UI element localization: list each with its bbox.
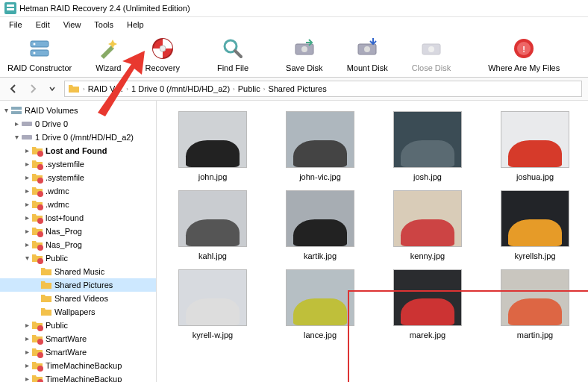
thumbnail-image (393, 190, 462, 247)
tree-item[interactable]: ▸TimeMachineBackup (0, 372, 156, 382)
tree-item[interactable]: Shared Pictures (0, 278, 156, 292)
tree-item[interactable]: Shared Videos (0, 292, 156, 305)
menu-edit[interactable]: Edit (30, 19, 56, 31)
svg-point-36 (37, 352, 43, 358)
thumbnail-image (178, 190, 247, 247)
where-files-button[interactable]: ! Where Are My Files (488, 37, 560, 72)
svg-point-26 (37, 164, 43, 170)
nav-back-button[interactable] (6, 82, 21, 96)
disk-icon (21, 118, 33, 130)
mount-disk-icon (355, 37, 379, 60)
svg-rect-2 (7, 8, 14, 10)
thumbnail-caption: josh.jpg (413, 172, 442, 181)
menu-file[interactable]: File (3, 19, 28, 31)
tree-item[interactable]: ▸.systemfile (0, 157, 156, 171)
content-pane[interactable]: john.jpg john-vic.jpg josh.jpg joshua.jp… (157, 101, 588, 382)
wizard-label: Wizard (96, 63, 121, 72)
thumbnail-caption: john-vic.jpg (299, 172, 341, 181)
find-file-button[interactable]: Find File (217, 37, 248, 72)
tree-item[interactable]: ▸Nas_Prog (0, 238, 156, 251)
tree-drive1[interactable]: ▾1 Drive 0 (/mnt/HD/HD_a2) (0, 131, 156, 144)
where-files-icon: ! (512, 37, 536, 60)
breadcrumb-part[interactable]: 1 Drive 0 (/mnt/HD/HD_a2) (131, 84, 230, 93)
chevron-right-icon: › (83, 86, 85, 93)
tree-item[interactable]: ▸.wdmc (0, 184, 156, 198)
tree-public[interactable]: ▾Public (0, 251, 156, 265)
tree-item[interactable]: ▸SmartWare (0, 345, 156, 359)
thumbnail-caption: lance.jpg (304, 331, 337, 339)
thumbnail-item[interactable]: john.jpg (164, 108, 261, 184)
menu-tools[interactable]: Tools (88, 19, 119, 31)
breadcrumb-part[interactable]: Shared Pictures (268, 84, 326, 93)
thumbnail-item[interactable]: marek.jpg (379, 266, 476, 342)
thumbnail-item[interactable]: lance.jpg (272, 266, 369, 342)
thumbnail-item[interactable]: joshua.jpg (487, 108, 584, 184)
tree-item[interactable]: ▸TimeMachineBackup (0, 359, 156, 372)
svg-point-35 (37, 339, 43, 345)
thumbnail-caption: martin.jpg (517, 331, 553, 339)
svg-rect-23 (22, 122, 32, 126)
breadcrumb-part[interactable]: Public (238, 84, 260, 93)
menu-help[interactable]: Help (121, 19, 150, 31)
recovery-label: Recovery (145, 63, 179, 72)
tree-raid-volumes[interactable]: ▾RAID Volumes (0, 104, 156, 117)
nav-dropdown-button[interactable] (45, 82, 60, 96)
disk-icon (21, 131, 33, 143)
main-area: ▾RAID Volumes ▸0 Drive 0 ▾1 Drive 0 (/mn… (0, 101, 588, 382)
tree-drive0[interactable]: ▸0 Drive 0 (0, 117, 156, 131)
svg-rect-21 (11, 107, 22, 110)
thumbnail-caption: john.jpg (198, 172, 228, 181)
folder-alert-icon (31, 239, 43, 251)
tree-item[interactable]: ▸.wdmc (0, 198, 156, 211)
tree-item[interactable]: Wallpapers (0, 305, 156, 319)
thumbnail-item[interactable]: john-vic.jpg (272, 108, 369, 184)
find-file-label: Find File (217, 63, 248, 72)
nav-forward-button[interactable] (25, 82, 40, 96)
tree-item[interactable]: ▸Nas_Prog (0, 225, 156, 238)
breadcrumb-part[interactable]: RAID V… (88, 84, 124, 93)
tree-item[interactable]: ▸lost+found (0, 211, 156, 225)
close-disk-icon (419, 37, 443, 60)
thumbnail-item[interactable]: kahl.jpg (164, 187, 261, 263)
thumbnail-caption: kyrell-w.jpg (193, 331, 233, 339)
thumbnail-grid: john.jpg john-vic.jpg josh.jpg joshua.jp… (164, 108, 581, 342)
volumes-icon (10, 104, 22, 116)
menu-view[interactable]: View (57, 19, 87, 31)
svg-point-28 (37, 191, 43, 197)
svg-point-29 (37, 204, 43, 210)
folder-alert-icon (31, 252, 43, 264)
breadcrumb-path[interactable]: › RAID V… › 1 Drive 0 (/mnt/HD/HD_a2) › … (64, 81, 582, 97)
folder-alert-icon (31, 198, 43, 210)
thumbnail-item[interactable]: martin.jpg (487, 266, 584, 342)
tree-item[interactable]: ▸Public (0, 319, 156, 332)
svg-point-9 (160, 46, 166, 51)
thumbnail-caption: kartik.jpg (304, 251, 337, 260)
folder-alert-icon (31, 225, 43, 237)
tree-item[interactable]: Shared Music (0, 265, 156, 278)
thumbnail-item[interactable]: kenny.jpg (379, 187, 476, 263)
save-disk-button[interactable]: Save Disk (286, 37, 323, 72)
svg-text:!: ! (522, 45, 525, 54)
thumbnail-item[interactable]: kyrellsh.jpg (487, 187, 584, 263)
chevron-right-icon: › (263, 86, 266, 93)
save-disk-icon (293, 37, 316, 60)
svg-point-37 (37, 366, 43, 372)
svg-point-6 (34, 52, 36, 54)
raid-constructor-button[interactable]: RAID Constructor (7, 37, 72, 72)
svg-point-33 (37, 258, 43, 264)
recovery-button[interactable]: Recovery (145, 37, 179, 72)
thumbnail-item[interactable]: josh.jpg (379, 108, 476, 184)
sidebar-tree[interactable]: ▾RAID Volumes ▸0 Drive 0 ▾1 Drive 0 (/mn… (0, 101, 157, 382)
mount-disk-button[interactable]: Mount Disk (347, 37, 388, 72)
raid-constructor-icon (28, 37, 51, 60)
thumbnail-item[interactable]: kyrell-w.jpg (164, 266, 261, 342)
svg-point-25 (37, 151, 43, 157)
thumbnail-item[interactable]: kartik.jpg (272, 187, 369, 263)
tree-item[interactable]: ▸.systemfile (0, 171, 156, 184)
chevron-right-icon: › (233, 86, 235, 93)
wizard-button[interactable]: Wizard (96, 37, 121, 72)
tree-lost-and-found[interactable]: ▸Lost and Found (0, 144, 156, 157)
svg-rect-1 (7, 4, 14, 7)
folder-alert-icon (31, 319, 43, 331)
tree-item[interactable]: ▸SmartWare (0, 332, 156, 345)
